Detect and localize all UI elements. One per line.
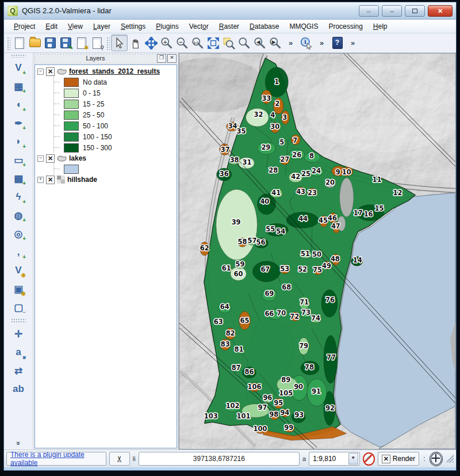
menu-edit[interactable]: Edit <box>40 21 63 32</box>
stand-label-103: 103 <box>204 412 218 420</box>
composer-manager-button[interactable]: ⚲ <box>89 35 105 51</box>
collapse-icon[interactable]: − <box>37 155 44 162</box>
add-mssql-layer-button[interactable]: ◗+ <box>10 133 27 150</box>
zoom-next-button[interactable]: ▶ <box>267 35 283 51</box>
add-oracle-layer-button[interactable]: ▭+ <box>10 151 27 169</box>
menu-raster[interactable]: Raster <box>214 21 244 32</box>
stop-render-icon[interactable] <box>363 452 375 466</box>
menu-vector[interactable]: Vector <box>184 21 214 32</box>
new-print-composer-button[interactable]: ✱ <box>74 35 89 51</box>
layer-name[interactable]: hillshade <box>67 176 97 184</box>
menu-view[interactable]: View <box>63 21 88 32</box>
layer-visibility-checkbox[interactable]: ✕ <box>46 176 55 184</box>
toolbar-grip[interactable] <box>106 36 110 50</box>
render-checkbox[interactable]: ✕ <box>382 455 390 463</box>
float-panel-button[interactable]: ❐ <box>157 54 166 63</box>
layer-row-forest_stands_2012_results[interactable]: −✕forest_stands_2012_results <box>36 66 177 77</box>
pin-unpin-labels-button[interactable]: a■ <box>10 344 27 361</box>
stand-label-89: 89 <box>281 376 290 384</box>
overflow-attributes-button[interactable]: » <box>314 35 329 51</box>
new-spatialite-layer-button[interactable]: ▣✱ <box>10 280 27 298</box>
resize-grip[interactable] <box>447 455 454 463</box>
stand-label-29: 29 <box>261 143 270 151</box>
layer-row-lakes[interactable]: −✕lakes <box>36 153 177 163</box>
zoom-to-layer-button[interactable] <box>236 35 252 51</box>
plugin-button[interactable]: ✂ <box>109 452 129 466</box>
zoom-native-button[interactable]: 1:1 <box>190 35 205 51</box>
stand-label-100: 100 <box>253 425 267 433</box>
layers-panel-titlebar[interactable]: Layers ❐ ✕ <box>33 53 178 63</box>
close-panel-button[interactable]: ✕ <box>167 54 177 63</box>
map-canvas[interactable]: 1332324334303557293726278383128422524910… <box>179 54 455 449</box>
open-project-button[interactable] <box>27 35 43 51</box>
toolbar-grip[interactable] <box>11 54 26 58</box>
title-bar[interactable]: Q QGIS 2.2.0-Valmiera - lidar ⇔ – ✕ <box>4 2 456 20</box>
zoom-full-extent-button[interactable] <box>205 35 221 51</box>
add-wfs-layer-button[interactable]: ◎+ <box>10 225 27 242</box>
menu-project[interactable]: Project <box>9 21 40 32</box>
add-delimited-text-layer-button[interactable]: ,+ <box>10 243 27 261</box>
coordinate-input[interactable]: 397138,6787216 <box>139 452 300 466</box>
add-postgis-layer-button[interactable]: ◖+ <box>10 96 27 113</box>
close-button[interactable]: ✕ <box>428 5 453 17</box>
overflow-help-button[interactable]: » <box>345 35 361 51</box>
identify-features-button[interactable]: i <box>298 35 314 51</box>
change-label-button[interactable]: ab <box>10 380 27 398</box>
touch-zoom-pan-button[interactable] <box>111 35 128 51</box>
crs-status-icon[interactable] <box>430 452 443 466</box>
menu-help[interactable]: Help <box>368 21 393 32</box>
overflow-nav-button[interactable]: » <box>283 35 298 51</box>
add-wcs-layer-button[interactable]: ◍+ <box>10 207 27 224</box>
scale-combobox[interactable]: 1:9,810 ▼ <box>309 452 360 466</box>
expand-icon[interactable]: + <box>37 177 44 183</box>
layer-visibility-checkbox[interactable]: ✕ <box>46 154 55 163</box>
add-spatialite-layer-button[interactable]: ✒+ <box>10 115 27 132</box>
highlight-pinned-labels-button[interactable]: ✛ <box>10 325 27 342</box>
new-project-button[interactable] <box>12 35 27 51</box>
zoom-in-button[interactable]: + <box>159 35 174 51</box>
help-contents-button[interactable]: ? <box>329 35 345 51</box>
collapse-icon[interactable]: − <box>37 68 44 75</box>
toolbar-overflow-chevron[interactable]: » <box>14 441 22 445</box>
raster-layer-icon <box>57 176 65 184</box>
minimize-button[interactable]: – <box>382 5 402 17</box>
add-raster-layer-button[interactable]: ▦+ <box>10 78 27 95</box>
menu-mmqgis[interactable]: MMQGIS <box>284 21 323 32</box>
layer-visibility-checkbox[interactable]: ✕ <box>46 67 55 76</box>
render-toggle[interactable]: ✕ Render <box>378 452 419 466</box>
svg-text:▶: ▶ <box>271 39 275 44</box>
toolbar-grip[interactable] <box>6 36 10 50</box>
window-switcher-button[interactable]: ⇔ <box>359 5 379 17</box>
stand-label-78: 78 <box>305 363 314 371</box>
move-label-button[interactable]: ⇄ <box>10 362 27 379</box>
add-wms-layer-button[interactable]: ▩+ <box>10 170 27 187</box>
save-project-button[interactable] <box>43 35 58 51</box>
menu-processing[interactable]: Processing <box>323 21 367 32</box>
new-shapefile-layer-button[interactable]: V✱ <box>10 262 27 279</box>
pan-map-button[interactable] <box>128 35 143 51</box>
add-vector-layer-button[interactable]: V+ <box>10 59 27 77</box>
layer-name[interactable]: lakes <box>69 154 86 162</box>
menu-layer[interactable]: Layer <box>88 21 116 32</box>
map-canvas-container[interactable]: 1332324334303557293726278383128422524910… <box>179 53 456 450</box>
zoom-last-button[interactable]: ◀ <box>252 35 267 51</box>
stand-label-53: 53 <box>280 265 289 273</box>
layers-tree[interactable]: −✕forest_stands_2012_resultsNo data0 - 1… <box>34 64 177 448</box>
pan-to-selection-button[interactable] <box>143 35 159 51</box>
stand-label-11: 11 <box>373 176 382 184</box>
stand-label-73: 73 <box>301 309 310 317</box>
remove-layer-button[interactable]: ▢− <box>10 299 27 316</box>
save-project-as-button[interactable]: ✎ <box>58 35 74 51</box>
menu-database[interactable]: Database <box>244 21 284 32</box>
layer-row-hillshade[interactable]: +✕hillshade <box>36 174 177 185</box>
menu-plugins[interactable]: Plugins <box>151 21 183 32</box>
zoom-out-button[interactable]: − <box>174 35 190 51</box>
maximize-button[interactable] <box>405 5 425 17</box>
toolbar-grip[interactable] <box>11 318 26 323</box>
chevron-down-icon[interactable]: ▼ <box>348 453 358 464</box>
plugin-update-link[interactable]: There is a plugin update available <box>10 451 102 467</box>
add-oracle-georaster-layer-button[interactable]: ϟ+ <box>10 188 27 205</box>
zoom-to-selection-button[interactable] <box>221 35 236 51</box>
layer-name[interactable]: forest_stands_2012_results <box>69 67 160 75</box>
menu-settings[interactable]: Settings <box>116 21 151 32</box>
